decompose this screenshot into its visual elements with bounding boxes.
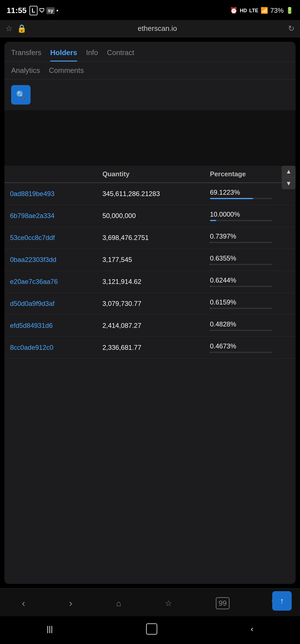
ad-banner: [4, 110, 296, 166]
percentage-cell: 0.6159%: [204, 293, 278, 315]
nav-home[interactable]: ⌂: [116, 599, 121, 608]
percentage-bar-container: [210, 352, 273, 353]
percentage-bar-container: [210, 242, 273, 243]
tab-comments[interactable]: Comments: [49, 66, 84, 79]
percentage-cell: 0.7397%: [204, 227, 278, 249]
search-btn-container: 🔍: [4, 80, 296, 110]
quantity-cell: 3,177,545: [97, 249, 204, 271]
percentage-cell: 0.4828%: [204, 315, 278, 337]
quantity-cell: 3,079,730.77: [97, 293, 204, 315]
nav-bookmark[interactable]: ☆: [165, 599, 172, 608]
extra-cell: [278, 227, 296, 249]
dot-icon: •: [56, 8, 58, 14]
tab-analytics[interactable]: Analytics: [11, 66, 40, 79]
tabs-row-2: Analytics Comments: [4, 62, 296, 80]
extra-cell: [278, 293, 296, 315]
address-cell[interactable]: 0ad8819be493: [4, 183, 97, 205]
nav-forward[interactable]: ›: [69, 598, 72, 609]
l-icon: L: [29, 6, 38, 15]
percentage-bar: [210, 264, 211, 265]
nav-back[interactable]: ‹: [22, 598, 25, 609]
refresh-icon[interactable]: ↻: [288, 24, 294, 33]
table-row: d50d0a9f9d3af 3,079,730.77 0.6159%: [4, 293, 296, 315]
table-row: 6b798ae2a334 50,000,000 10.0000%: [4, 205, 296, 227]
sys-back-btn[interactable]: ‹: [251, 625, 253, 633]
sys-back-icon: ‹: [251, 625, 253, 633]
kaspersky-icon: 🛡: [39, 8, 45, 14]
extra-cell: [278, 337, 296, 359]
quantity-cell: 2,414,087.27: [97, 315, 204, 337]
quantity-cell: 345,611,286.21283: [97, 183, 204, 205]
percentage-bar: [210, 330, 211, 331]
percentage-cell: 10.0000%: [204, 205, 278, 227]
table-header: Quantity Percentage: [4, 166, 296, 183]
address-cell[interactable]: 0baa22303f3dd: [4, 249, 97, 271]
percentage-cell: 0.6244%: [204, 271, 278, 293]
percentage-bar: [210, 198, 253, 199]
table-scroll-wrapper: ▲ ▼ Quantity Percentage 0ad8819be493 345…: [4, 166, 296, 359]
percentage-bar-container: [210, 308, 273, 309]
recents-icon: |||: [47, 625, 53, 633]
tab-transfers[interactable]: Transfers: [11, 48, 41, 61]
tab-info[interactable]: Info: [86, 48, 98, 61]
scroll-up-arrow[interactable]: ▲: [282, 166, 296, 178]
percentage-bar: [210, 286, 211, 287]
extra-cell: [278, 271, 296, 293]
signal-icon: 📶: [261, 7, 268, 14]
quantity-cell: 3,121,914.62: [97, 271, 204, 293]
extra-cell: [278, 249, 296, 271]
address-cell[interactable]: d50d0a9f9d3af: [4, 293, 97, 315]
extra-cell: [278, 205, 296, 227]
table-row: 0ad8819be493 345,611,286.21283 69.1223%: [4, 183, 296, 205]
tab-holders[interactable]: Holders: [50, 48, 77, 61]
tab-contract[interactable]: Contract: [107, 48, 134, 61]
percentage-bar: [210, 242, 211, 243]
alarm-icon: ⏰: [230, 7, 238, 14]
percentage-bar: [210, 220, 216, 221]
bookmark-icon[interactable]: ☆: [6, 24, 12, 33]
address-cell[interactable]: 6b798ae2a334: [4, 205, 97, 227]
table-row: efd5d84931d6 2,414,087.27 0.4828%: [4, 315, 296, 337]
table-row: 53ce0cc8c7ddf 3,698,476.2751 0.7397%: [4, 227, 296, 249]
percentage-bar-container: [210, 220, 273, 221]
battery-level: 73%: [270, 7, 284, 14]
percentage-bar: [210, 352, 211, 353]
scroll-arrows: ▲ ▼: [282, 166, 296, 189]
system-nav: ||| ‹: [0, 616, 300, 644]
scroll-down-arrow[interactable]: ▼: [282, 178, 296, 189]
sys-home-icon: [146, 623, 157, 635]
status-bar: 11:55 L 🛡 sy • ⏰ HD LTE 📶 73% 🔋: [0, 0, 300, 20]
address-cell[interactable]: e20ae7c36aa76: [4, 271, 97, 293]
table-row: 0baa22303f3dd 3,177,545 0.6355%: [4, 249, 296, 271]
search-icon: 🔍: [16, 90, 26, 100]
address-cell[interactable]: efd5d84931d6: [4, 315, 97, 337]
nav-tabs[interactable]: 99: [216, 597, 229, 609]
lock-icon: 🔒: [17, 24, 27, 33]
star-icon: ☆: [165, 599, 172, 608]
sys-home-btn[interactable]: [146, 623, 157, 635]
scroll-top-button[interactable]: ↑: [272, 591, 292, 611]
status-time: 11:55: [7, 6, 27, 15]
tabs-icon: 99: [216, 597, 229, 609]
sy-icon: sy: [46, 7, 55, 14]
percentage-cell: 0.4673%: [204, 337, 278, 359]
sys-recents-btn[interactable]: |||: [47, 625, 53, 633]
col-percentage: Percentage: [204, 166, 278, 183]
address-cell[interactable]: 8cc0ade912c0: [4, 337, 97, 359]
url-bar[interactable]: etherscan.io: [31, 24, 284, 33]
percentage-bar-container: [210, 198, 273, 199]
quantity-cell: 2,336,681.77: [97, 337, 204, 359]
extra-cell: [278, 315, 296, 337]
bottom-nav: ‹ › ⌂ ☆ 99 ≡ N: [0, 588, 300, 616]
col-address: [4, 166, 97, 183]
table-row: 8cc0ade912c0 2,336,681.77 0.4673%: [4, 337, 296, 359]
back-icon: ‹: [22, 598, 25, 609]
tabs-row-1: Transfers Holders Info Contract: [4, 42, 296, 62]
main-card: Transfers Holders Info Contract Analytic…: [4, 42, 296, 584]
battery-icon: 🔋: [286, 7, 293, 14]
address-cell[interactable]: 53ce0cc8c7ddf: [4, 227, 97, 249]
search-button[interactable]: 🔍: [11, 85, 31, 105]
quantity-cell: 3,698,476.2751: [97, 227, 204, 249]
percentage-cell: 69.1223%: [204, 183, 278, 205]
quantity-cell: 50,000,000: [97, 205, 204, 227]
